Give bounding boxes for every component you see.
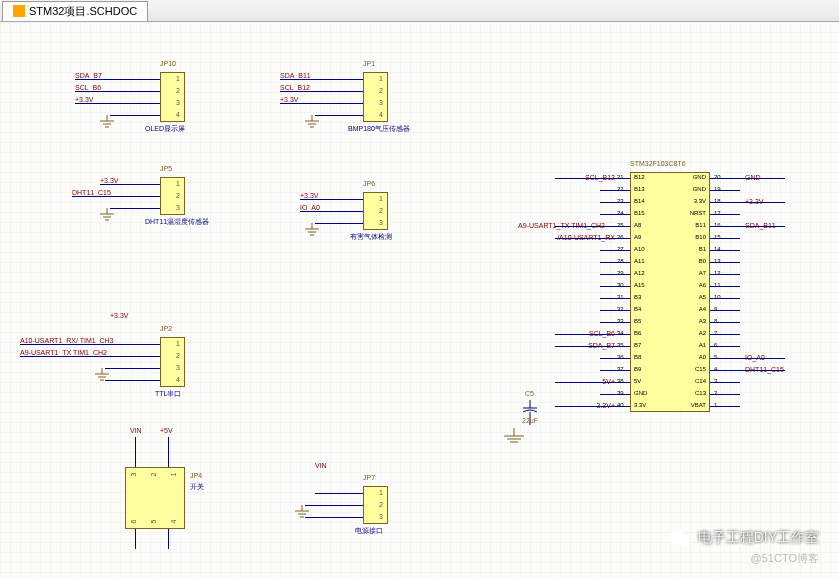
net: VIN [130,427,142,434]
jp7: 1 2 3 [363,486,388,524]
net: +3.3V [300,192,319,199]
refdes-jp10: JP10 [160,60,176,67]
stm32-ic [630,172,710,412]
jp5: 1 2 3 [160,177,185,215]
watermark: 电子工程DIY工作室 [668,528,819,548]
net: A10-USART1_RX/ TIM1_CH3 [20,337,114,344]
label-jp2: TTL串口 [155,389,181,399]
document-tab[interactable]: STM32项目.SCHDOC [2,1,148,21]
refdes-jp1: JP1 [363,60,375,67]
refdes-cap: C5 [525,390,534,397]
net: SDA_B11 [280,72,311,79]
wechat-icon [668,528,692,548]
gnd-icon [305,223,319,237]
gnd-icon [305,115,319,129]
gnd-icon [504,428,524,446]
jp1: 1 2 3 4 [363,72,388,122]
refdes-jp6: JP6 [363,180,375,187]
watermark-sub: @51CTO博客 [751,551,819,566]
svg-point-32 [678,535,690,547]
refdes-jp7: JP7 [363,474,375,481]
jp4: 3 2 1 6 5 4 [125,467,185,529]
jp6: 1 2 3 [363,192,388,230]
jp2: 1 2 3 4 [160,337,185,387]
refdes-ic: STM32F103C8T6 [630,160,686,167]
net: A9-USART1_TX TIM1_CH2 [20,349,107,356]
net: SDA_B7 [75,72,102,79]
label-jp7: 电源接口 [355,526,383,536]
net: +3.3V [100,177,119,184]
gnd-icon [100,115,114,129]
net: +3.3V [75,96,94,103]
tab-title: STM32项目.SCHDOC [29,4,137,19]
label-jp10: OLED显示屏 [145,124,185,134]
label-jp6: 有害气体检测 [350,232,392,242]
net: SCL_B12 [280,84,310,91]
val-cap: 22uF [522,417,538,424]
net: IO_A0 [300,204,320,211]
gnd-icon [295,505,309,519]
refdes-jp5: JP5 [160,165,172,172]
net: DHT11_C15 [72,189,111,196]
jp10: 1 2 3 4 [160,72,185,122]
label-jp4: 开关 [190,482,204,492]
net: +5V [160,427,173,434]
schematic-icon [13,5,25,17]
label-jp5: DHT11温湿度传感器 [145,217,209,227]
schematic-canvas[interactable]: JP10 1 2 3 4 OLED显示屏 SDA_B7 SCL_B6 +3.3V… [0,22,839,578]
gnd-icon [95,368,109,382]
gnd-icon [100,208,114,222]
refdes-jp2: JP2 [160,325,172,332]
tab-bar: STM32项目.SCHDOC [0,0,839,22]
refdes-jp4: JP4 [190,472,202,479]
label-jp1: BMP180气压传感器 [348,124,410,134]
net: +3.3V [280,96,299,103]
net: +3.3V [110,312,129,319]
net: VIN [315,462,327,469]
net: SCL_B6 [75,84,101,91]
